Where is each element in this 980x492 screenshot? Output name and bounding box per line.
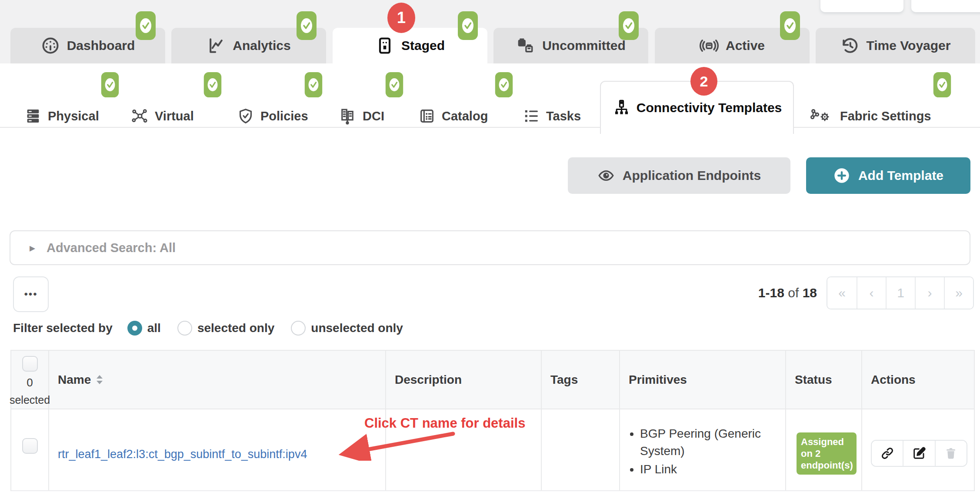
tab-staged[interactable]: Staged 1 bbox=[333, 28, 487, 63]
add-template-button[interactable]: Add Template bbox=[806, 157, 970, 194]
line-chart-icon bbox=[207, 36, 226, 55]
tab-time-voyager[interactable]: Time Voyager bbox=[816, 28, 975, 63]
application-endpoints-button[interactable]: Application Endpoints bbox=[568, 157, 790, 194]
subtab-label: Connectivity Templates bbox=[637, 100, 782, 115]
header-tags: Tags bbox=[542, 351, 620, 409]
subtab-virtual[interactable]: Virtual bbox=[130, 104, 194, 128]
toolbar-button-partial-2[interactable] bbox=[911, 0, 980, 12]
filter-option-selected-only[interactable]: selected only bbox=[177, 321, 274, 336]
tab-label: Active bbox=[726, 38, 765, 53]
row-primitives-cell: BGP Peering (Generic System) IP Link bbox=[620, 409, 786, 490]
radio-unselected-icon[interactable] bbox=[291, 321, 306, 336]
hierarchy-icon bbox=[612, 99, 630, 117]
header-name-label: Name bbox=[58, 373, 91, 387]
more-actions-button[interactable]: ••• bbox=[13, 276, 49, 312]
annotation-step-1-badge: 1 bbox=[387, 3, 415, 33]
document-icon bbox=[375, 36, 394, 55]
pagination-last-button[interactable]: » bbox=[944, 277, 973, 309]
annotation-click-hint: Click CT name for details bbox=[364, 416, 525, 431]
subtab-fabric-settings[interactable]: Fabric Settings bbox=[810, 104, 931, 128]
history-icon bbox=[840, 36, 860, 55]
row-status-cell: Assigned on 2 endpoint(s) bbox=[786, 409, 862, 490]
committed-check-badge bbox=[297, 11, 317, 40]
filter-option-all[interactable]: all bbox=[127, 321, 161, 336]
link-icon bbox=[880, 446, 894, 460]
panel-actions: Application Endpoints Add Template bbox=[0, 157, 970, 194]
row-select-cell bbox=[11, 409, 49, 490]
header-select-column: 0 selected bbox=[11, 351, 49, 409]
selected-word: selected bbox=[10, 394, 50, 406]
advanced-search-bar[interactable]: ▸ Advanced Search: All bbox=[10, 230, 970, 265]
connectivity-templates-table: 0 selected Name Description Tags Primiti… bbox=[10, 350, 975, 491]
shield-check-icon bbox=[237, 107, 254, 125]
select-all-checkbox[interactable] bbox=[22, 356, 38, 372]
committed-check-badge bbox=[780, 11, 800, 40]
filter-option-unselected-only[interactable]: unselected only bbox=[291, 321, 403, 336]
primitive-item: IP Link bbox=[640, 461, 785, 478]
committed-check-badge bbox=[136, 11, 156, 40]
results-range: 1-18 of 18 bbox=[758, 286, 817, 300]
subtab-label: Fabric Settings bbox=[840, 109, 931, 123]
subtab-label: Physical bbox=[48, 109, 99, 123]
subtab-tasks[interactable]: Tasks bbox=[523, 104, 581, 128]
header-name[interactable]: Name bbox=[49, 351, 386, 409]
subtab-catalog[interactable]: Catalog bbox=[418, 104, 488, 128]
sort-icon[interactable] bbox=[95, 374, 104, 386]
connectivity-templates-panel: Application Endpoints Add Template ▸ Adv… bbox=[0, 128, 980, 492]
add-template-label: Add Template bbox=[858, 168, 943, 183]
subtab-dci[interactable]: DCI bbox=[338, 104, 384, 128]
filter-option-label: all bbox=[147, 321, 161, 335]
header-status: Status bbox=[786, 351, 862, 409]
selected-count: 0 bbox=[27, 376, 33, 389]
advanced-search-label: Advanced Search: All bbox=[47, 241, 176, 255]
row-tags-cell bbox=[542, 409, 620, 490]
range-start-end: 1-18 bbox=[758, 286, 784, 300]
pagination-prev-button[interactable]: ‹ bbox=[857, 277, 886, 309]
edit-button[interactable] bbox=[903, 441, 934, 466]
subtab-physical[interactable]: Physical bbox=[24, 104, 99, 128]
header-description: Description bbox=[386, 351, 542, 409]
filter-selected-row: Filter selected by all selected only uns… bbox=[13, 321, 411, 336]
subtab-policies[interactable]: Policies bbox=[237, 104, 308, 128]
buildings-icon bbox=[338, 107, 357, 125]
tab-label: Analytics bbox=[233, 38, 290, 53]
toolbar-button-partial-1[interactable] bbox=[820, 0, 903, 12]
ct-name-link[interactable]: rtr_leaf1_leaf2:l3:ct_bgp_subintf_to_sub… bbox=[58, 448, 307, 461]
committed-check-badge bbox=[619, 11, 639, 40]
subtab-connectivity-templates[interactable]: Connectivity Templates 2 bbox=[600, 81, 794, 134]
annotation-arrow bbox=[320, 429, 463, 461]
committed-check-badge bbox=[458, 11, 478, 40]
tab-dashboard[interactable]: Dashboard bbox=[10, 28, 165, 63]
delete-button bbox=[935, 441, 967, 466]
pagination-page-button[interactable]: 1 bbox=[886, 277, 915, 309]
catalog-card-icon bbox=[418, 107, 436, 125]
broadcast-device-icon bbox=[700, 36, 719, 55]
row-action-buttons bbox=[871, 440, 967, 467]
committed-check-badge bbox=[203, 72, 222, 97]
committed-check-badge bbox=[385, 72, 403, 97]
gauge-icon bbox=[41, 36, 60, 55]
committed-check-badge bbox=[495, 72, 513, 97]
tab-uncommitted[interactable]: Uncommitted bbox=[493, 28, 648, 63]
range-of: of bbox=[788, 286, 799, 300]
subtab-label: Tasks bbox=[546, 109, 581, 123]
pagination-next-button[interactable]: › bbox=[915, 277, 944, 309]
radio-unselected-icon[interactable] bbox=[177, 321, 192, 336]
tab-label: Dashboard bbox=[67, 38, 135, 53]
pagination-controls: « ‹ 1 › » bbox=[827, 276, 974, 309]
caret-right-icon: ▸ bbox=[30, 241, 35, 255]
committed-check-badge bbox=[101, 72, 119, 97]
tab-label: Time Voyager bbox=[867, 38, 951, 53]
tab-active[interactable]: Active bbox=[655, 28, 810, 63]
tab-label: Uncommitted bbox=[542, 38, 626, 53]
status-badge: Assigned on 2 endpoint(s) bbox=[797, 432, 857, 475]
subtab-label: Virtual bbox=[155, 109, 194, 123]
range-total: 18 bbox=[803, 286, 817, 300]
edit-icon bbox=[912, 446, 926, 460]
tab-analytics[interactable]: Analytics bbox=[171, 28, 326, 63]
row-checkbox[interactable] bbox=[22, 438, 38, 454]
eye-icon bbox=[597, 167, 615, 184]
assign-link-button[interactable] bbox=[872, 441, 903, 466]
pagination-first-button[interactable]: « bbox=[827, 277, 857, 309]
radio-selected-icon[interactable] bbox=[127, 321, 142, 336]
